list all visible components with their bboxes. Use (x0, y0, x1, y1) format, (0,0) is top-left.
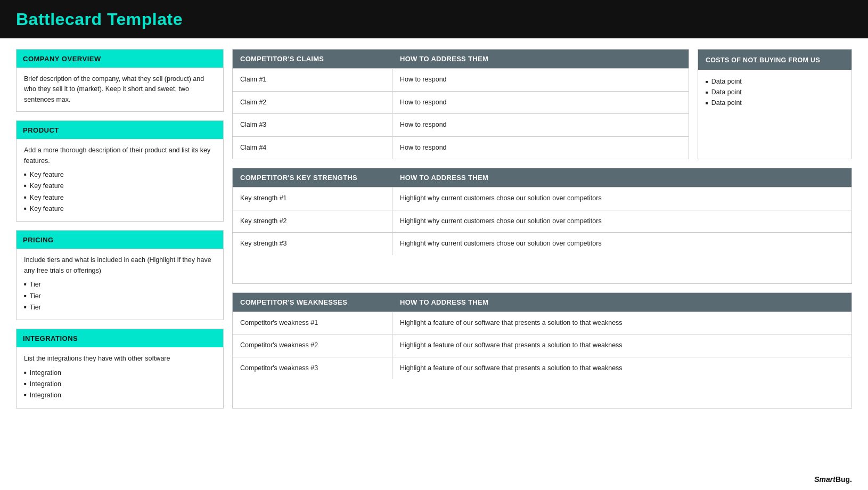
list-item: Integration (24, 390, 216, 401)
table-row: Competitor's weakness #2 Highlight a fea… (233, 334, 851, 357)
weaknesses-col2-header: How to Address Them (392, 293, 851, 312)
main-content: Company Overview Brief description of th… (0, 38, 868, 419)
costs-body: Data point Data point Data point (698, 70, 851, 115)
company-overview-section: Company Overview Brief description of th… (16, 49, 224, 112)
integrations-header: Integrations (17, 329, 223, 347)
integrations-intro: List the integrations they have with oth… (24, 355, 170, 362)
weakness-response-1: Highlight a feature of our software that… (392, 312, 851, 334)
product-body: Add a more thorough description of their… (17, 139, 223, 221)
footer-brand: SmartBug. (814, 475, 852, 484)
product-header: Product (17, 121, 223, 139)
claim-4: Claim #4 (233, 137, 392, 159)
list-item: Key feature (24, 192, 216, 203)
page-header: Battlecard Template (0, 0, 868, 38)
strengths-table-header: Competitor's Key Strengths How to Addres… (233, 168, 851, 187)
company-overview-header: Company Overview (17, 50, 223, 68)
claims-table-header: Competitor's Claims How to Address Them (233, 50, 689, 68)
response-3: How to respond (392, 114, 689, 136)
right-column: Competitor's Claims How to Address Them … (232, 49, 852, 409)
strength-response-1: Highlight why current customers chose ou… (392, 187, 851, 210)
strengths-col1-header: Competitor's Key Strengths (233, 168, 392, 187)
weakness-3: Competitor's weakness #3 (233, 357, 392, 380)
response-2: How to respond (392, 92, 689, 114)
integrations-list: Integration Integration Integration (24, 368, 216, 402)
list-item: Data point (706, 76, 844, 87)
table-row: Claim #4 How to respond (233, 136, 689, 159)
company-overview-label: Company Overview (23, 55, 101, 63)
product-intro: Add a more thorough description of their… (24, 146, 210, 164)
page-title: Battlecard Template (16, 10, 183, 29)
claim-3: Claim #3 (233, 114, 392, 136)
pricing-tiers-list: Tier Tier Tier (24, 279, 216, 313)
claims-table: Competitor's Claims How to Address Them … (232, 49, 689, 159)
table-row: Claim #1 How to respond (233, 68, 689, 91)
claims-col2-header: How to Address Them (392, 50, 689, 68)
brand-name: SmartBug. (814, 475, 852, 484)
table-row: Key strength #3 Highlight why current cu… (233, 232, 851, 255)
costs-section: Costs of Not Buying From Us Data point D… (698, 49, 852, 159)
table-row: Key strength #2 Highlight why current cu… (233, 210, 851, 233)
costs-header-label: Costs of Not Buying From Us (706, 56, 820, 64)
strength-response-3: Highlight why current customers chose ou… (392, 233, 851, 255)
table-row: Key strength #1 Highlight why current cu… (233, 187, 851, 210)
claim-2: Claim #2 (233, 92, 392, 114)
product-section: Product Add a more thorough description … (16, 120, 224, 222)
weaknesses-col1-header: Competitor's Weaknesses (233, 293, 392, 312)
pricing-body: Include tiers and what is included in ea… (17, 249, 223, 320)
weakness-response-3: Highlight a feature of our software that… (392, 357, 851, 380)
table-row: Competitor's weakness #1 Highlight a fea… (233, 312, 851, 334)
pricing-section: Pricing Include tiers and what is includ… (16, 230, 224, 320)
weakness-response-2: Highlight a feature of our software that… (392, 334, 851, 357)
strength-2: Key strength #2 (233, 210, 392, 233)
response-4: How to respond (392, 137, 689, 159)
strengths-col2-header: How to Address Them (392, 168, 851, 187)
pricing-header: Pricing (17, 231, 223, 249)
list-item: Key feature (24, 203, 216, 215)
company-overview-text: Brief description of the company, what t… (24, 75, 204, 103)
costs-list: Data point Data point Data point (706, 76, 844, 108)
costs-header: Costs of Not Buying From Us (698, 50, 851, 70)
list-item: Data point (706, 87, 844, 97)
list-item: Key feature (24, 181, 216, 192)
pricing-label: Pricing (23, 236, 54, 244)
claim-1: Claim #1 (233, 69, 392, 91)
product-features-list: Key feature Key feature Key feature Key … (24, 169, 216, 215)
left-column: Company Overview Brief description of th… (16, 49, 224, 409)
pricing-intro: Include tiers and what is included in ea… (24, 256, 211, 274)
list-item: Key feature (24, 169, 216, 181)
list-item: Integration (24, 379, 216, 390)
strength-1: Key strength #1 (233, 187, 392, 210)
strength-3: Key strength #3 (233, 233, 392, 255)
strength-response-2: Highlight why current customers chose ou… (392, 210, 851, 233)
table-row: Claim #2 How to respond (233, 91, 689, 114)
weakness-1: Competitor's weakness #1 (233, 312, 392, 334)
weakness-2: Competitor's weakness #2 (233, 334, 392, 357)
integrations-section: Integrations List the integrations they … (16, 329, 224, 409)
list-item: Data point (706, 97, 844, 108)
company-overview-body: Brief description of the company, what t… (17, 68, 223, 111)
response-1: How to respond (392, 69, 689, 91)
list-item: Tier (24, 279, 216, 290)
claims-col1-header: Competitor's Claims (233, 50, 392, 68)
weaknesses-table: Competitor's Weaknesses How to Address T… (232, 292, 852, 409)
list-item: Tier (24, 302, 216, 313)
list-item: Tier (24, 291, 216, 302)
top-right-row: Competitor's Claims How to Address Them … (232, 49, 852, 159)
weaknesses-table-header: Competitor's Weaknesses How to Address T… (233, 293, 851, 312)
strengths-table: Competitor's Key Strengths How to Addres… (232, 168, 852, 284)
product-label: Product (23, 126, 59, 134)
integrations-body: List the integrations they have with oth… (17, 347, 223, 408)
table-row: Competitor's weakness #3 Highlight a fea… (233, 357, 851, 380)
table-row: Claim #3 How to respond (233, 113, 689, 136)
integrations-label: Integrations (23, 334, 78, 342)
list-item: Integration (24, 368, 216, 379)
